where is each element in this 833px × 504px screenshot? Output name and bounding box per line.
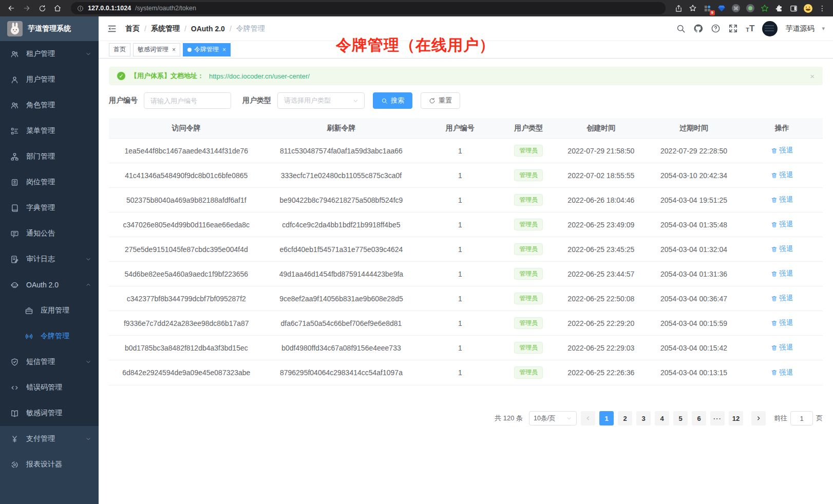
expire-time-cell: 2022-07-29 22:28:50 (647, 147, 742, 155)
sidebar-item-role-mgmt[interactable]: 角色管理 (0, 92, 99, 118)
breadcrumb-item[interactable]: 首页 (125, 24, 140, 33)
force-logout-button[interactable]: 强退 (771, 146, 793, 155)
page-button-5[interactable]: 5 (673, 411, 688, 425)
sidebar-item-tenant-mgmt[interactable]: 租户管理 (0, 41, 99, 67)
breadcrumb-item[interactable]: 系统管理 (151, 24, 180, 33)
force-logout-button[interactable]: 强退 (771, 294, 793, 303)
force-logout-button[interactable]: 强退 (771, 343, 793, 352)
page-button-3[interactable]: 3 (636, 411, 651, 425)
profile-avatar-icon[interactable] (802, 3, 813, 14)
browser-home-icon[interactable] (51, 2, 64, 14)
doc-link[interactable]: https://doc.iocoder.cn/user-center/ (209, 72, 310, 80)
page-size-select[interactable]: 10条/页 (529, 411, 577, 425)
user-type-cell: 管理员 (501, 342, 556, 354)
sidebar-item-report-designer[interactable]: 报表设计器 (0, 452, 99, 477)
browser-back-icon[interactable] (5, 2, 17, 14)
home-tab[interactable]: 首页 (109, 43, 130, 56)
force-logout-button[interactable]: 强退 (771, 170, 793, 180)
sidebar-item-dept-mgmt[interactable]: 部门管理 (0, 144, 99, 169)
browser-reload-icon[interactable] (36, 2, 48, 14)
extension-badge: 9 (710, 10, 715, 15)
action-cell: 强退 (741, 195, 822, 205)
page-button-2[interactable]: 2 (618, 411, 632, 425)
user-avatar[interactable] (762, 21, 778, 36)
sidebar-item-label: 应用管理 (41, 306, 91, 315)
force-logout-button[interactable]: 强退 (771, 220, 793, 229)
page-button-6[interactable]: 6 (692, 411, 706, 425)
collapse-sidebar-icon[interactable] (107, 24, 117, 34)
page-button-1[interactable]: 1 (599, 411, 614, 425)
github-icon[interactable] (693, 24, 703, 33)
sidebar-item-notice-mgmt[interactable]: 通知公告 (0, 221, 99, 246)
reset-button[interactable]: 重置 (421, 92, 460, 109)
tab-close-icon[interactable]: × (222, 47, 226, 53)
font-size-icon[interactable]: TT (746, 24, 754, 33)
record-extension-icon[interactable] (745, 3, 756, 14)
trash-icon (771, 295, 778, 302)
next-page-button[interactable] (751, 411, 766, 425)
token-tab[interactable]: 令牌管理× (183, 43, 231, 56)
prev-page-button[interactable] (581, 411, 595, 425)
force-logout-button[interactable]: 强退 (771, 269, 793, 278)
bookmark-star-icon[interactable] (687, 3, 698, 14)
sidebar-item-dict-mgmt[interactable]: 字典管理 (0, 195, 99, 221)
trash-icon (771, 147, 778, 154)
user-type-cell: 管理员 (501, 243, 556, 256)
alert-close-icon[interactable]: × (810, 72, 815, 81)
table-row: 1ea5e44f8bc1467aaede43144f31de76811c5304… (109, 139, 823, 163)
refresh-token-cell: be90422b8c7946218275a508bf524fc9 (264, 196, 419, 204)
force-logout-button[interactable]: 强退 (771, 244, 793, 254)
help-icon[interactable] (711, 24, 721, 33)
active-tab-dot (187, 48, 192, 52)
sidebar-item-user-mgmt[interactable]: 用户管理 (0, 67, 99, 92)
sidebar-item-sms-mgmt[interactable]: 短信管理 (0, 349, 99, 375)
browser-forward-icon[interactable] (21, 2, 33, 14)
share-icon[interactable] (673, 3, 684, 14)
gem-extension-icon[interactable] (716, 3, 727, 14)
access-token-cell: 1ea5e44f8bc1467aaede43144f31de76 (109, 147, 264, 155)
admin-tag: 管理员 (514, 219, 543, 231)
extension-grid-icon[interactable]: 9 (702, 3, 713, 14)
sms-icon (10, 358, 19, 366)
created-time-cell: 2022-06-25 23:45:25 (556, 245, 647, 254)
goto-page-input[interactable] (790, 411, 813, 425)
page-button-12[interactable]: 12 (729, 411, 743, 425)
user-type-select[interactable]: 请选择用户类型 (277, 92, 365, 109)
force-logout-button[interactable]: 强退 (771, 368, 793, 377)
sidebar-item-audit-log[interactable]: 审计日志 (0, 246, 99, 272)
force-logout-button[interactable]: 强退 (771, 195, 793, 204)
user-id-input[interactable] (144, 92, 231, 109)
sidebar-extension-icon[interactable] (788, 3, 799, 14)
fullscreen-icon[interactable] (728, 24, 738, 33)
page-ellipsis[interactable]: ··· (710, 411, 725, 425)
sidebar-item-oauth2-app-mgmt[interactable]: 应用管理 (0, 298, 99, 323)
browser-address-bar[interactable]: 127.0.0.1:1024/system/oauth2/token (71, 2, 666, 14)
force-logout-button[interactable]: 强退 (771, 318, 793, 327)
app-logo[interactable]: 芋道管理系统 (0, 16, 99, 41)
command-extension-icon[interactable]: ⌘ (730, 3, 742, 14)
star-extension-icon[interactable] (759, 3, 770, 14)
page-button-4[interactable]: 4 (655, 411, 669, 425)
site-info-icon[interactable] (77, 5, 84, 12)
user-type-cell: 管理员 (501, 317, 556, 329)
sidebar-item-menu-mgmt[interactable]: 菜单管理 (0, 118, 99, 144)
sidebar-item-pay-mgmt[interactable]: 支付管理 (0, 426, 99, 452)
user-id-cell: 1 (419, 295, 501, 303)
created-time-cell: 2022-06-26 18:04:46 (556, 196, 647, 204)
search-icon[interactable] (676, 24, 686, 33)
tab-close-icon[interactable]: × (172, 47, 176, 53)
user-menu-caret-icon[interactable]: ▾ (822, 25, 825, 32)
sidebar-item-oauth2-token-mgmt[interactable]: 令牌管理 (0, 323, 99, 349)
sidebar-item-post-mgmt[interactable]: 岗位管理 (0, 169, 99, 195)
breadcrumb-item[interactable]: OAuth 2.0 (191, 25, 225, 33)
puzzle-extension-icon[interactable] (773, 3, 785, 14)
browser-chrome: 127.0.0.1:1024/system/oauth2/token 9 ⌘ ⋮ (0, 0, 833, 16)
sidebar-item-sensitive-word-mgmt[interactable]: 敏感词管理 (0, 400, 99, 426)
sensitive-word-tab[interactable]: 敏感词管理× (133, 43, 180, 56)
chevron-down-icon (85, 436, 91, 442)
search-button[interactable]: 搜索 (373, 92, 412, 109)
sidebar-item-error-code-mgmt[interactable]: 错误码管理 (0, 375, 99, 400)
errcode-icon (10, 383, 19, 392)
sidebar-item-oauth2[interactable]: OAuth 2.0 (0, 272, 99, 298)
browser-menu-icon[interactable]: ⋮ (817, 3, 828, 14)
